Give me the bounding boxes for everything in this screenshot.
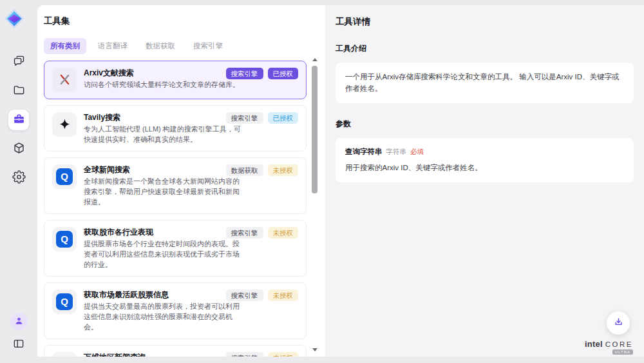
tool-icon bbox=[52, 68, 77, 92]
tool-card-description: 专为人工智能代理 (LLM) 构建的搜索引擎工具，可快速提供实时、准确和真实的结… bbox=[84, 124, 242, 144]
q-logo-icon: Q bbox=[56, 293, 73, 310]
sidebar-item-settings[interactable] bbox=[8, 168, 29, 188]
tool-card-title: Arxiv文献搜索 bbox=[84, 68, 240, 78]
q-logo-icon: Q bbox=[56, 168, 73, 185]
auth-badge: 未授权 bbox=[268, 289, 299, 302]
param-head: 查询字符串 字符串 必填 bbox=[345, 147, 624, 157]
tool-card-title: 万维地区新闻查询 bbox=[84, 352, 240, 357]
tool-icon bbox=[52, 352, 77, 357]
download-icon bbox=[613, 317, 624, 329]
sidebar-item-toolbox[interactable] bbox=[8, 110, 29, 130]
param-name: 查询字符串 bbox=[345, 147, 383, 157]
tool-card-badges: 搜索引擎 未授权 bbox=[226, 227, 299, 239]
user-avatar[interactable] bbox=[10, 313, 28, 330]
tool-card-body: 万维地区新闻查询 查询具体行政区划内的新闻，快速了解各地新闻动 bbox=[84, 352, 240, 357]
tool-icon: Q bbox=[52, 164, 77, 189]
tool-list-pane: 工具集 所有类别语言翻译数据获取搜索引擎 Arxiv文献搜索 访问各个研究领域大… bbox=[37, 5, 325, 357]
sidebar-nav bbox=[0, 52, 37, 188]
download-button[interactable] bbox=[607, 311, 630, 335]
q-logo-icon: Q bbox=[56, 231, 73, 248]
param-type: 字符串 bbox=[386, 148, 407, 157]
sidebar-item-chat[interactable] bbox=[8, 52, 29, 72]
ultra-badge: ULTRA bbox=[612, 349, 633, 355]
tool-card-description: 提供当天交易量最高的股票列表，投资者可以利用这些信息来识别流动性强的股票和潜在的… bbox=[84, 301, 242, 332]
tool-card-body: 获取股市各行业表现 提供股票市场各个行业在特定时间段内的表现。投资者可以利用这些… bbox=[84, 227, 242, 270]
auth-badge: 未授权 bbox=[268, 164, 299, 177]
auth-badge: 已授权 bbox=[268, 68, 299, 80]
toolbox-icon bbox=[12, 112, 26, 128]
tool-card-body: 获取市场最活跃股票信息 提供当天交易量最高的股票列表，投资者可以利用这些信息来识… bbox=[84, 289, 242, 332]
tool-card[interactable]: Tavily搜索 专为人工智能代理 (LLM) 构建的搜索引擎工具，可快速提供实… bbox=[44, 105, 307, 152]
tool-card-badges: 搜索引擎 未授权 bbox=[226, 289, 299, 302]
category-tab[interactable]: 语言翻译 bbox=[91, 38, 134, 54]
tool-card-badges: 搜索引擎 未授权 bbox=[226, 352, 299, 357]
category-tab[interactable]: 数据获取 bbox=[139, 38, 182, 54]
auth-badge: 已授权 bbox=[268, 112, 299, 124]
tool-card[interactable]: Q 全球新闻搜索 全球新闻搜索是一个聚合全球各大新闻网站内容的搜索引擎，帮助用户… bbox=[44, 157, 307, 214]
detail-title: 工具详情 bbox=[336, 16, 634, 28]
person-icon bbox=[14, 315, 24, 328]
category-tab[interactable]: 所有类别 bbox=[44, 38, 86, 54]
panel-layout-icon bbox=[12, 337, 25, 352]
scroll-down-arrow-icon[interactable] bbox=[312, 348, 317, 351]
sidebar-bottom bbox=[0, 313, 37, 354]
tool-card[interactable]: Q 获取市场最活跃股票信息 提供当天交易量最高的股票列表，投资者可以利用这些信息… bbox=[44, 282, 307, 339]
core-word: core bbox=[605, 340, 633, 348]
tool-card-list: Arxiv文献搜索 访问各个研究领域大量科学论文和文章的存储库。 搜索引擎 已授… bbox=[44, 61, 307, 357]
sidebar bbox=[0, 0, 37, 363]
scrollbar-thumb[interactable] bbox=[312, 66, 317, 193]
tool-card-body: Arxiv文献搜索 访问各个研究领域大量科学论文和文章的存储库。 bbox=[84, 68, 240, 92]
arxiv-x-icon bbox=[58, 73, 71, 86]
folder-icon bbox=[12, 83, 26, 99]
category-badge: 搜索引擎 bbox=[226, 289, 263, 302]
intel-core-logo: intel core ULTRA bbox=[585, 339, 633, 355]
scroll-up-arrow-icon[interactable] bbox=[312, 58, 317, 61]
intro-text: 一个用于从Arxiv存储库搜索科学论文和文章的工具。 输入可以是Arxiv ID… bbox=[345, 71, 624, 95]
page-title: 工具集 bbox=[44, 15, 325, 27]
tool-card-title: 获取股市各行业表现 bbox=[84, 227, 242, 237]
app-logo-icon bbox=[4, 8, 24, 29]
tool-card-body: 全球新闻搜索 全球新闻搜索是一个聚合全球各大新闻网站内容的搜索引擎，帮助用户快速… bbox=[84, 164, 242, 207]
tool-icon: Q bbox=[52, 289, 77, 314]
tool-card[interactable]: Q 获取股市各行业表现 提供股票市场各个行业在特定时间段内的表现。投资者可以利用… bbox=[44, 220, 307, 277]
intro-heading: 工具介绍 bbox=[336, 43, 634, 54]
tool-card[interactable]: Arxiv文献搜索 访问各个研究领域大量科学论文和文章的存储库。 搜索引擎 已授… bbox=[44, 61, 307, 99]
category-badge: 搜索引擎 bbox=[226, 112, 263, 124]
tool-card-description: 提供股票市场各个行业在特定时间段内的表现。投资者可以利用这些信息来识别表现优于或… bbox=[84, 239, 242, 270]
main-content: 工具集 所有类别语言翻译数据获取搜索引擎 Arxiv文献搜索 访问各个研究领域大… bbox=[37, 5, 644, 357]
auth-badge: 未授权 bbox=[268, 352, 299, 357]
tool-card-badges: 搜索引擎 已授权 bbox=[226, 112, 299, 124]
params-heading: 参数 bbox=[336, 119, 634, 130]
category-badge: 搜索引擎 bbox=[226, 68, 263, 80]
category-badge: 搜索引擎 bbox=[226, 227, 263, 239]
intel-word: intel bbox=[585, 339, 603, 349]
category-tab[interactable]: 搜索引擎 bbox=[187, 38, 229, 54]
param-required-flag: 必填 bbox=[410, 148, 424, 157]
sidebar-item-models[interactable] bbox=[8, 139, 29, 159]
sparkle-icon bbox=[58, 117, 71, 131]
params-list: 查询字符串 字符串 必填 用于搜索的Arxiv ID、关键字或作者姓名。 bbox=[336, 138, 634, 182]
auth-badge: 未授权 bbox=[268, 227, 299, 239]
tool-card-description: 访问各个研究领域大量科学论文和文章的存储库。 bbox=[84, 79, 240, 90]
tool-card-title: 全球新闻搜索 bbox=[84, 164, 242, 175]
app-window: 工具集 所有类别语言翻译数据获取搜索引擎 Arxiv文献搜索 访问各个研究领域大… bbox=[0, 0, 644, 363]
intel-core-wordmark: intel core bbox=[585, 339, 633, 349]
list-scrollbar[interactable] bbox=[312, 57, 318, 353]
sidebar-toggle-button[interactable] bbox=[9, 335, 28, 354]
tool-card-badges: 数据获取 未授权 bbox=[226, 164, 299, 177]
intro-card: 一个用于从Arxiv存储库搜索科学论文和文章的工具。 输入可以是Arxiv ID… bbox=[336, 63, 634, 103]
param-description: 用于搜索的Arxiv ID、关键字或作者姓名。 bbox=[345, 162, 624, 173]
tool-detail-pane: 工具详情 工具介绍 一个用于从Arxiv存储库搜索科学论文和文章的工具。 输入可… bbox=[325, 5, 644, 357]
param-card: 查询字符串 字符串 必填 用于搜索的Arxiv ID、关键字或作者姓名。 bbox=[336, 138, 634, 182]
tool-icon: Q bbox=[52, 227, 77, 251]
tool-card-title: Tavily搜索 bbox=[84, 112, 242, 123]
category-badge: 搜索引擎 bbox=[226, 352, 263, 357]
tool-card-badges: 搜索引擎 已授权 bbox=[226, 68, 299, 80]
chat-icon bbox=[12, 54, 26, 70]
gear-icon bbox=[12, 170, 26, 186]
tool-card-body: Tavily搜索 专为人工智能代理 (LLM) 构建的搜索引擎工具，可快速提供实… bbox=[84, 112, 242, 144]
sidebar-item-files[interactable] bbox=[8, 81, 29, 101]
tool-card[interactable]: 万维地区新闻查询 查询具体行政区划内的新闻，快速了解各地新闻动 搜索引擎 未授权 bbox=[44, 345, 307, 357]
tool-card-title: 获取市场最活跃股票信息 bbox=[84, 289, 242, 300]
tool-icon bbox=[52, 112, 77, 137]
